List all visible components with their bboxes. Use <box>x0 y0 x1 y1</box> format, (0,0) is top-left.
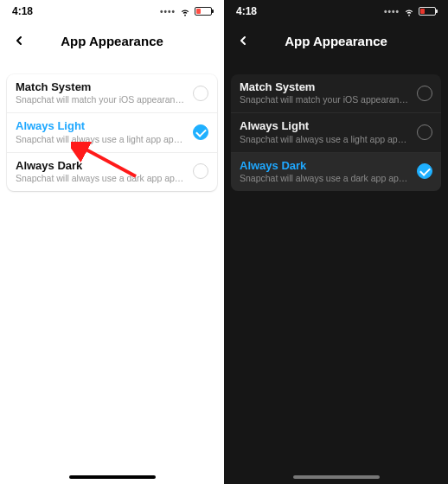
option-match-system[interactable]: Match System Snapchat will match your iO… <box>7 74 217 112</box>
radio-icon[interactable] <box>193 163 208 179</box>
nav-header: App Appearance <box>224 22 448 59</box>
option-match-system[interactable]: Match System Snapchat will match your iO… <box>231 74 441 112</box>
cellular-dots-icon: •••• <box>384 7 400 16</box>
options-list: Match System Snapchat will match your iO… <box>224 59 448 191</box>
option-title: Always Light <box>240 119 410 133</box>
option-subtitle: Snapchat will match your iOS appearance … <box>240 94 410 105</box>
cellular-dots-icon: •••• <box>160 7 176 16</box>
radio-checked-icon[interactable] <box>417 163 432 179</box>
home-indicator[interactable] <box>69 475 156 479</box>
option-title: Always Light <box>16 119 186 133</box>
options-list: Match System Snapchat will match your iO… <box>0 59 224 191</box>
option-title: Match System <box>240 80 410 94</box>
wifi-icon <box>179 5 191 17</box>
radio-icon[interactable] <box>417 124 432 140</box>
status-bar: 4:18 •••• <box>0 0 224 22</box>
status-icons: •••• <box>160 5 212 17</box>
status-time: 4:18 <box>236 5 257 17</box>
back-button[interactable] <box>9 30 29 51</box>
battery-icon <box>195 7 212 16</box>
wifi-icon <box>403 5 415 17</box>
status-icons: •••• <box>384 5 436 17</box>
option-title: Always Dark <box>240 159 410 173</box>
option-subtitle: Snapchat will always use a light app app… <box>16 134 186 145</box>
page-title: App Appearance <box>285 34 387 48</box>
nav-header: App Appearance <box>0 22 224 59</box>
option-always-dark[interactable]: Always Dark Snapchat will always use a d… <box>231 152 441 191</box>
option-always-dark[interactable]: Always Dark Snapchat will always use a d… <box>7 152 217 191</box>
option-subtitle: Snapchat will always use a dark app appe… <box>16 173 186 184</box>
page-title: App Appearance <box>61 34 163 48</box>
option-subtitle: Snapchat will always use a dark app appe… <box>240 173 410 184</box>
screenshot-dark: 4:18 •••• App Appearance Match System Sn… <box>224 0 448 484</box>
radio-checked-icon[interactable] <box>193 124 208 140</box>
battery-icon <box>419 7 436 16</box>
option-always-light[interactable]: Always Light Snapchat will always use a … <box>7 112 217 151</box>
option-always-light[interactable]: Always Light Snapchat will always use a … <box>231 112 441 151</box>
radio-icon[interactable] <box>193 86 208 101</box>
option-title: Always Dark <box>16 159 186 173</box>
option-subtitle: Snapchat will match your iOS appearance … <box>16 94 186 105</box>
back-button[interactable] <box>233 30 253 51</box>
status-time: 4:18 <box>12 5 33 17</box>
screenshot-light: 4:18 •••• App Appearance Match System Sn… <box>0 0 224 484</box>
home-indicator[interactable] <box>293 475 380 479</box>
option-subtitle: Snapchat will always use a light app app… <box>240 134 410 145</box>
option-title: Match System <box>16 80 186 94</box>
radio-icon[interactable] <box>417 86 432 101</box>
status-bar: 4:18 •••• <box>224 0 448 22</box>
